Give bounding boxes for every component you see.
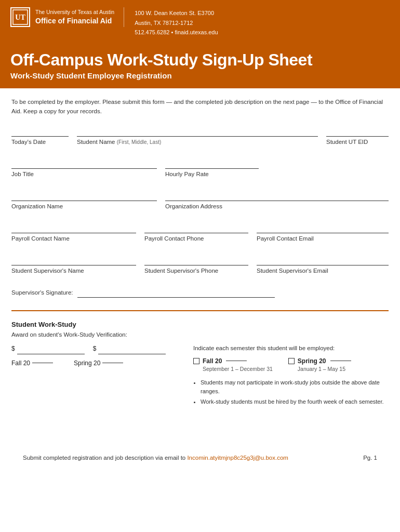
ws-fall-semester-label: Fall 20 (203, 357, 222, 365)
payroll-email-input[interactable] (257, 224, 389, 233)
supervisor-email-label: Student Supervisor's Email (257, 268, 389, 274)
submit-text: Submit completed registration and job de… (23, 455, 185, 461)
address-line2: Austin, TX 78712-1712 (135, 18, 218, 28)
ws-spring-top: Spring 20 (288, 357, 351, 365)
org-address-label: Organization Address (165, 203, 389, 209)
header-address: 100 W. Dean Keeton St. E3700 Austin, TX … (135, 7, 218, 37)
ws-left: $ $ Fall 20 Spring 20 (11, 345, 178, 408)
signature-line (77, 288, 275, 298)
footer-email-link[interactable]: Incomin.atyitmjnp8c25g3j@u.box.com (187, 455, 288, 461)
field-todays-date: Today's Date (11, 127, 69, 145)
ws-fall-dates: September 1 – December 31 (203, 366, 273, 372)
ws-fall-top: Fall 20 (193, 357, 273, 365)
ws-fall-checkbox[interactable] (193, 358, 199, 364)
sub-title: Work-Study Student Employee Registration (10, 71, 390, 80)
ws-spring-semester: Spring 20 January 1 – May 15 (288, 357, 351, 372)
payroll-name-label: Payroll Contact Name (11, 235, 136, 242)
ws-subtitle: Award on student's Work-Study Verificati… (11, 331, 389, 338)
ws-spring-blank (102, 363, 123, 363)
supervisor-name-input[interactable] (11, 256, 136, 265)
field-org-name: Organization Name (11, 192, 157, 209)
row-payroll: Payroll Contact Name Payroll Contact Pho… (11, 224, 389, 242)
office-name: Office of Financial Aid (35, 16, 114, 25)
row-supervisor: Student Supervisor's Name Student Superv… (11, 256, 389, 274)
student-name-label: Student Name (First, Middle, Last) (77, 139, 318, 145)
section-divider (11, 310, 389, 311)
row-job-pay: Job Title Hourly Pay Rate (11, 159, 389, 177)
svg-text:UT: UT (15, 14, 25, 21)
address-line3: 512.475.6282 • finaid.utexas.edu (135, 28, 218, 37)
ws-dollar-line-2 (98, 345, 166, 354)
row-org: Organization Name Organization Address (11, 192, 389, 209)
payroll-phone-input[interactable] (144, 224, 248, 233)
todays-date-input[interactable] (11, 127, 69, 137)
field-payroll-email: Payroll Contact Email (257, 224, 389, 242)
ws-fall-label: Fall 20 (11, 360, 30, 367)
ws-dollar-row: $ $ (11, 345, 178, 354)
student-name-input[interactable] (77, 127, 318, 137)
logo-text: The University of Texas at Austin Office… (35, 9, 114, 25)
ws-spring-semester-label: Spring 20 (298, 357, 326, 365)
field-job-title: Job Title (11, 159, 157, 177)
ws-spring-semester-blank (330, 361, 351, 361)
ws-indicate-label: Indicate each semester this student will… (193, 345, 389, 351)
supervisor-phone-input[interactable] (144, 256, 248, 265)
ws-year-row: Fall 20 Spring 20 (11, 360, 178, 367)
field-payroll-name: Payroll Contact Name (11, 224, 136, 242)
org-name-label: Organization Name (11, 203, 157, 209)
ut-logo-icon: UT (10, 7, 30, 27)
row-signature: Supervisor's Signature: (11, 288, 389, 298)
org-name-input[interactable] (11, 192, 157, 201)
payroll-name-input[interactable] (11, 224, 136, 233)
payroll-phone-label: Payroll Contact Phone (144, 235, 248, 242)
job-title-label: Job Title (11, 171, 157, 177)
todays-date-label: Today's Date (11, 139, 69, 145)
title-section: Off-Campus Work-Study Sign-Up Sheet Work… (0, 46, 400, 88)
footer-text: Submit completed registration and job de… (23, 455, 288, 461)
ws-spring-dates: January 1 – May 15 (298, 366, 351, 372)
field-student-name: Student Name (First, Middle, Last) (77, 127, 318, 145)
ws-fall-semester: Fall 20 September 1 – December 31 (193, 357, 273, 372)
signature-label: Supervisor's Signature: (11, 289, 73, 296)
row-date-name-eid: Today's Date Student Name (First, Middle… (11, 127, 389, 145)
address-line1: 100 W. Dean Keeton St. E3700 (135, 8, 218, 18)
ws-spring-year: Spring 20 (74, 360, 123, 367)
main-title: Off-Campus Work-Study Sign-Up Sheet (10, 51, 390, 69)
supervisor-name-label: Student Supervisor's Name (11, 268, 136, 274)
supervisor-phone-label: Student Supervisor's Phone (144, 268, 248, 274)
field-org-address: Organization Address (165, 192, 389, 209)
logo-container: UT The University of Texas at Austin Off… (10, 7, 124, 27)
workstudy-section: Student Work-Study Award on student's Wo… (11, 321, 389, 416)
ws-fall-semester-blank (226, 361, 247, 361)
intro-text: To be completed by the employer. Please … (11, 98, 389, 116)
payroll-email-label: Payroll Contact Email (257, 235, 389, 242)
footer: Submit completed registration and job de… (11, 447, 389, 468)
student-eid-input[interactable] (326, 127, 389, 137)
org-address-input[interactable] (165, 192, 389, 201)
ws-right: Indicate each semester this student will… (193, 345, 389, 408)
ws-content: $ $ Fall 20 Spring 20 (11, 345, 389, 408)
ws-dollar-line-1 (17, 345, 85, 354)
dollar-symbol-2: $ (93, 345, 97, 352)
ws-title: Student Work-Study (11, 321, 389, 328)
ws-dollar-field-1: $ (11, 345, 85, 354)
dollar-symbol-1: $ (11, 345, 15, 352)
field-pay-rate: Hourly Pay Rate (165, 159, 259, 177)
supervisor-email-input[interactable] (257, 256, 389, 265)
pay-rate-input[interactable] (165, 159, 259, 169)
job-title-input[interactable] (11, 159, 157, 169)
field-supervisor-phone: Student Supervisor's Phone (144, 256, 248, 274)
ws-dollar-field-2: $ (93, 345, 166, 354)
ws-spring-label: Spring 20 (74, 360, 100, 367)
pay-rate-label: Hourly Pay Rate (165, 171, 259, 177)
field-supervisor-name: Student Supervisor's Name (11, 256, 136, 274)
ws-semester-row: Fall 20 September 1 – December 31 Spring… (193, 357, 389, 372)
field-student-eid: Student UT EID (326, 127, 389, 145)
field-payroll-phone: Payroll Contact Phone (144, 224, 248, 242)
university-name: The University of Texas at Austin (35, 9, 114, 16)
ws-bullet-2: Work-study students must be hired by the… (201, 397, 389, 407)
ws-bullet-1: Students may not participate in work-stu… (201, 378, 389, 396)
header: UT The University of Texas at Austin Off… (0, 0, 400, 46)
footer-page: Pg. 1 (363, 455, 377, 461)
ws-spring-checkbox[interactable] (288, 358, 295, 364)
